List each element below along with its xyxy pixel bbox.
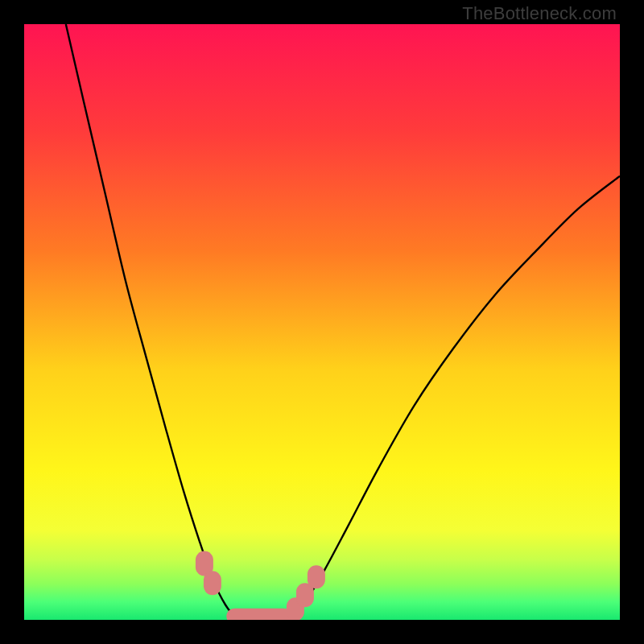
data-marker [204,571,221,595]
left-curve [66,24,246,620]
plot-area [24,24,620,620]
right-curve [280,176,620,620]
data-marker [308,565,325,589]
watermark-text: TheBottleneck.com [462,3,617,24]
chart-frame: TheBottleneck.com [0,0,644,644]
data-marker [227,608,292,620]
curve-layer [24,24,620,620]
